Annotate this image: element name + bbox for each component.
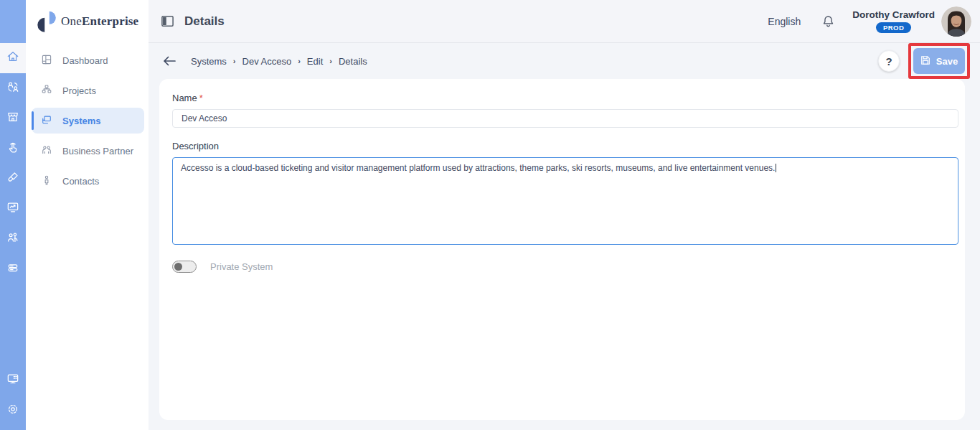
brand-part2: Enterprise [82, 14, 138, 28]
details-form-card: Name* Description Accesso is a cloud-bas… [159, 79, 965, 420]
user-menu[interactable]: Dorothy Crawford PROD [852, 9, 935, 33]
storefront-icon [6, 110, 20, 127]
name-input[interactable] [172, 109, 958, 128]
user-name: Dorothy Crawford [852, 9, 935, 20]
breadcrumb-separator-icon: › [329, 57, 332, 65]
name-field-label: Name* [172, 93, 958, 103]
brand-logo-icon [35, 8, 60, 35]
sidebar-item-systems[interactable]: Systems [32, 108, 144, 134]
environment-badge: PROD [876, 22, 911, 33]
home-icon [6, 50, 20, 67]
panel-toggle-icon[interactable] [161, 14, 175, 29]
contact-person-icon [40, 174, 62, 189]
description-text: Accesso is a cloud-based ticketing and v… [181, 163, 775, 173]
brand-logo[interactable]: OneEnterprise [26, 0, 149, 43]
notification-bell-icon[interactable] [821, 14, 835, 29]
private-system-toggle[interactable] [172, 261, 197, 273]
rail-settings-button[interactable] [0, 396, 26, 426]
people-sync-icon [6, 80, 20, 97]
page-title: Details [184, 14, 225, 29]
top-header: Details English Dorothy Crawford PROD [149, 0, 980, 43]
sidebar-item-label: Contacts [62, 176, 99, 187]
business-partner-people-icon [40, 144, 62, 159]
rail-monitor-apps-button[interactable] [0, 365, 26, 396]
icon-rail [0, 0, 26, 430]
rail-touch-button[interactable] [0, 134, 26, 164]
rail-brush-button[interactable] [0, 164, 26, 194]
sidebar-item-dashboard[interactable]: Dashboard [32, 47, 144, 73]
help-button[interactable]: ? [878, 50, 900, 72]
toggle-knob-icon [174, 263, 182, 271]
text-cursor [776, 164, 776, 172]
sidebar-item-label: Projects [62, 85, 96, 96]
breadcrumb-item-systems[interactable]: Systems [191, 56, 227, 67]
header-right-group: English Dorothy Crawford PROD [768, 6, 971, 37]
main-area: Details English Dorothy Crawford PROD [149, 0, 980, 430]
sidebar-item-business-partner[interactable]: Business Partner [32, 138, 144, 164]
monitor-chart-icon [6, 200, 20, 218]
sidebar-item-label: Systems [62, 116, 100, 126]
required-marker: * [199, 93, 203, 103]
floppy-disk-icon [920, 55, 930, 67]
language-selector[interactable]: English [768, 16, 801, 27]
rail-server-stack-button[interactable] [0, 254, 26, 284]
sidebar: OneEnterprise Dashboard Projects Systems… [26, 0, 149, 430]
sidebar-nav: Dashboard Projects Systems Business Part… [26, 43, 149, 198]
rail-bottom-group [0, 365, 26, 430]
rail-people-sync-button[interactable] [0, 73, 26, 103]
brand-logo-text: OneEnterprise [61, 14, 138, 29]
rail-users-button[interactable] [0, 224, 26, 254]
breadcrumb-item-edit[interactable]: Edit [307, 56, 323, 67]
brush-icon [6, 170, 20, 187]
name-label-text: Name [172, 93, 197, 103]
private-system-label: Private System [210, 261, 273, 272]
server-stack-icon [6, 261, 20, 278]
rail-storefront-button[interactable] [0, 103, 26, 134]
red-annotation-box: Save [908, 43, 970, 79]
breadcrumb-item-details[interactable]: Details [339, 56, 367, 67]
rail-top-spacer [0, 0, 26, 43]
projects-sitemap-icon [40, 83, 62, 98]
users-icon [6, 230, 20, 248]
sidebar-item-contacts[interactable]: Contacts [32, 168, 144, 194]
gear-icon [6, 402, 20, 419]
breadcrumb: Systems › Dev Acceso › Edit › Details [191, 56, 367, 67]
active-indicator-bar [32, 111, 34, 130]
touch-icon [6, 140, 20, 157]
dashboard-grid-icon [40, 53, 62, 68]
rail-home-button[interactable] [0, 43, 26, 73]
breadcrumb-item-dev-acceso[interactable]: Dev Acceso [242, 56, 292, 67]
action-bar: Systems › Dev Acceso › Edit › Details ? … [149, 43, 980, 79]
action-bar-right-group: ? Save [878, 43, 970, 79]
breadcrumb-separator-icon: › [298, 57, 301, 65]
save-button-label: Save [936, 56, 958, 67]
app-window: OneEnterprise Dashboard Projects Systems… [0, 0, 980, 430]
description-textarea[interactable]: Accesso is a cloud-based ticketing and v… [172, 157, 958, 245]
description-field-label: Description [172, 141, 958, 151]
sidebar-item-label: Business Partner [62, 146, 133, 156]
rail-monitor-chart-button[interactable] [0, 194, 26, 224]
back-arrow-icon[interactable] [162, 55, 176, 67]
breadcrumb-separator-icon: › [233, 57, 236, 65]
brand-part1: One [61, 14, 82, 28]
systems-windows-icon [40, 113, 62, 128]
monitor-apps-icon [6, 372, 20, 389]
sidebar-item-projects[interactable]: Projects [32, 78, 144, 103]
sidebar-item-label: Dashboard [62, 55, 108, 66]
user-avatar[interactable] [941, 6, 971, 37]
private-system-row: Private System [172, 261, 958, 273]
save-button[interactable]: Save [913, 48, 965, 74]
